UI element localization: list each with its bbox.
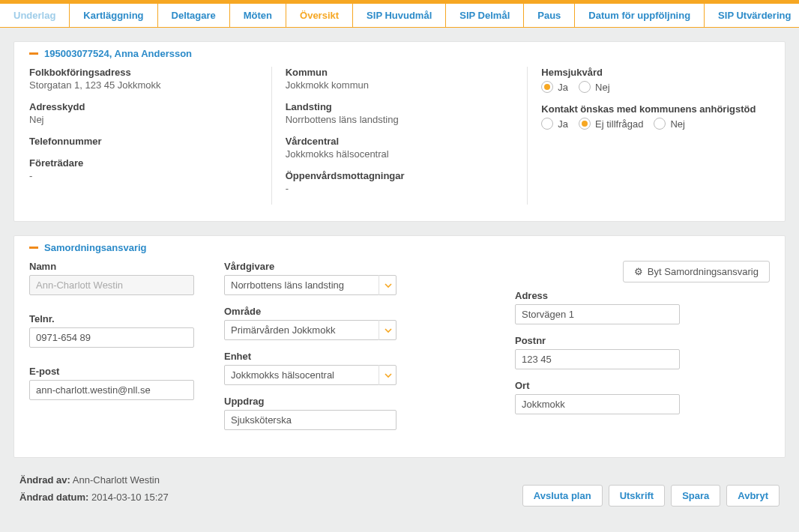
epost-label: E-post — [29, 366, 194, 377]
hemsjukvard-label: Hemsjukvård — [541, 67, 770, 78]
adresskydd-label: Adresskydd — [29, 101, 258, 112]
radio-label: Ej tillfrågad — [595, 118, 643, 130]
ort-field[interactable] — [515, 394, 680, 414]
foretradare-label: Företrädare — [29, 157, 258, 169]
tab-sip-delmal[interactable]: SIP Delmål — [446, 4, 524, 27]
ort-label: Ort — [515, 380, 680, 391]
foretradare-value: - — [29, 170, 258, 181]
legend-marker-icon — [29, 52, 38, 55]
radio-icon — [541, 118, 553, 130]
radio-label: Nej — [595, 82, 610, 93]
patient-header: 195003077524, Anna Andersson — [44, 48, 192, 59]
chevron-down-icon — [379, 275, 397, 295]
tab-moten[interactable]: Möten — [230, 4, 286, 27]
kommun-value: Jokkmokk kommun — [286, 79, 514, 91]
chevron-down-icon — [379, 365, 397, 385]
radio-label: Ja — [558, 82, 568, 93]
telefon-label: Telefonnummer — [29, 136, 258, 147]
vardgivare-value: Norrbottens läns landsting — [224, 275, 397, 295]
hemsjukvard-nej[interactable]: Nej — [579, 81, 610, 93]
omrade-select[interactable]: Primärvården Jokkmokk — [224, 320, 397, 340]
folkbokforing-value: Storgatan 1, 123 45 Jokkmokk — [29, 79, 258, 91]
byt-samordning-label: Byt Samordningsansvarig — [648, 266, 759, 277]
tel-label: Telnr. — [29, 313, 194, 324]
uppdrag-label: Uppdrag — [224, 396, 397, 407]
omrade-value: Primärvården Jokkmokk — [224, 320, 397, 340]
chevron-down-icon — [379, 320, 397, 340]
adress-label: Adress — [515, 290, 680, 301]
tab-sip-huvudmal[interactable]: SIP Huvudmål — [353, 4, 446, 27]
namn-label: Namn — [29, 261, 194, 272]
tab-oversikt[interactable]: Översikt — [286, 4, 353, 27]
samordning-title: Samordningsansvarig — [44, 242, 147, 253]
kontakt-ej[interactable]: Ej tillfrågad — [579, 118, 643, 130]
tab-underlag[interactable]: Underlag — [0, 4, 70, 27]
landsting-label: Landsting — [286, 101, 514, 112]
oppenvard-value: - — [286, 183, 514, 194]
radio-icon — [654, 118, 666, 130]
enhet-select[interactable]: Jokkmokks hälsocentral — [224, 365, 397, 385]
tab-sip-utvardering[interactable]: SIP Utvärdering — [705, 4, 799, 27]
oppenvard-label: Öppenvårdsmottagningar — [286, 170, 514, 181]
avsluta-plan-button[interactable]: Avsluta plan — [522, 485, 603, 507]
kommun-label: Kommun — [286, 67, 514, 78]
tab-deltagare[interactable]: Deltagare — [158, 4, 230, 27]
tab-bar: Underlag Kartläggning Deltagare Möten Öv… — [0, 0, 799, 28]
byt-samordning-button[interactable]: ⚙ Byt Samordningsansvarig — [623, 261, 770, 282]
namn-field — [29, 275, 194, 295]
tab-kartlaggning[interactable]: Kartläggning — [70, 4, 157, 27]
postnr-label: Postnr — [515, 335, 680, 346]
radio-icon — [579, 118, 591, 130]
radio-icon — [541, 81, 553, 93]
uppdrag-field[interactable] — [224, 410, 397, 430]
hemsjukvard-ja[interactable]: Ja — [541, 81, 568, 93]
radio-icon — [579, 81, 591, 93]
andrad-datum-label: Ändrad datum: — [19, 492, 88, 503]
enhet-value: Jokkmokks hälsocentral — [224, 365, 397, 385]
kontakt-label: Kontakt önskas med kommunens anhörigstöd — [541, 103, 770, 115]
folkbokforing-label: Folkbokföringsadress — [29, 67, 258, 78]
radio-label: Nej — [670, 118, 685, 130]
patient-panel: 195003077524, Anna Andersson Folkbokföri… — [13, 41, 786, 222]
kontakt-nej[interactable]: Nej — [654, 118, 685, 130]
samordning-panel: Samordningsansvarig Namn Telnr. E-post V… — [13, 235, 786, 458]
andrad-datum-value: 2014-03-10 15:27 — [91, 492, 169, 503]
radio-label: Ja — [558, 118, 568, 130]
footer: Ändrad av: Ann-Charlott Westin Ändrad da… — [0, 471, 799, 522]
tel-field[interactable] — [29, 327, 194, 348]
andrad-av-value: Ann-Charlott Westin — [73, 474, 160, 486]
omrade-label: Område — [224, 306, 397, 317]
spara-button[interactable]: Spara — [671, 485, 720, 507]
postnr-field[interactable] — [515, 349, 680, 369]
legend-marker-icon — [29, 247, 38, 249]
adress-field[interactable] — [515, 304, 680, 324]
gear-icon: ⚙ — [634, 266, 643, 277]
tab-paus[interactable]: Paus — [524, 4, 575, 27]
utskrift-button[interactable]: Utskrift — [609, 485, 666, 507]
andrad-av-label: Ändrad av: — [19, 474, 70, 486]
avbryt-button[interactable]: Avbryt — [726, 485, 780, 507]
landsting-value: Norrbottens läns landsting — [286, 114, 514, 125]
vardcentral-label: Vårdcentral — [286, 136, 514, 147]
vardcentral-value: Jokkmokks hälsocentral — [286, 148, 514, 160]
kontakt-ja[interactable]: Ja — [541, 118, 568, 130]
vardgivare-select[interactable]: Norrbottens läns landsting — [224, 275, 397, 295]
enhet-label: Enhet — [224, 351, 397, 362]
vardgivare-label: Vårdgivare — [224, 261, 397, 272]
adresskydd-value: Nej — [29, 114, 258, 125]
tab-datum-uppfoljning[interactable]: Datum för uppföljning — [575, 4, 705, 27]
epost-field[interactable] — [29, 380, 194, 400]
